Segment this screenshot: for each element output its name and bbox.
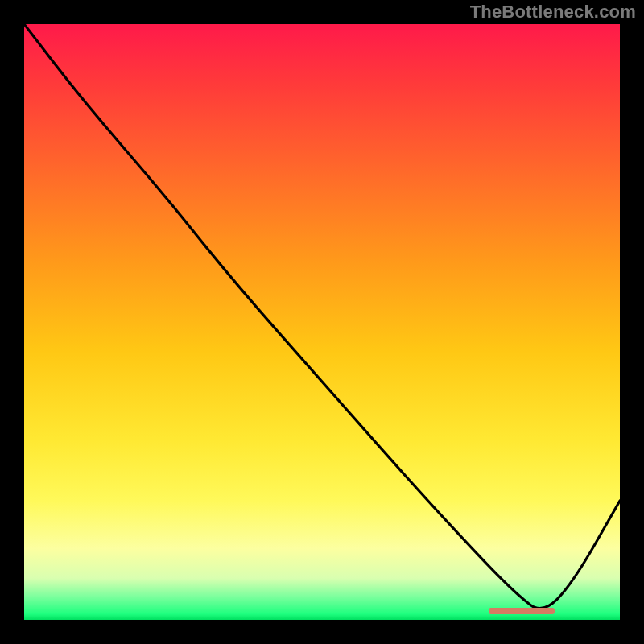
optimal-range-marker (489, 608, 554, 614)
bottleneck-curve (24, 24, 620, 620)
plot-area (24, 24, 620, 620)
watermark-text: TheBottleneck.com (470, 2, 636, 23)
chart-container: TheBottleneck.com (0, 0, 644, 644)
